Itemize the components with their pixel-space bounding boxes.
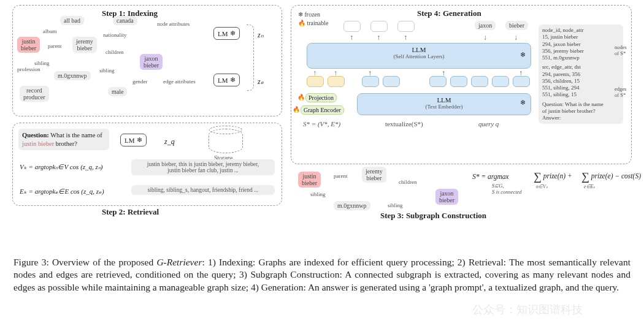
s3-constraint: S⊆G, S is connected <box>492 183 522 195</box>
token-6 <box>492 76 509 87</box>
flame-icon: 🔥 <box>297 94 305 101</box>
s3-jaxon: jaxon bieber <box>435 189 458 205</box>
textualize-label: textualize(S*) <box>385 120 423 127</box>
s3-parent: parent <box>334 173 348 179</box>
retrieved-edges: sibling, sibling_s, hangout, friendship,… <box>131 185 275 195</box>
downarrow-2: ↓ <box>514 33 518 42</box>
s3-argmax: S* = argmax <box>472 173 509 180</box>
s3-sub-n: n∈Vₛ <box>536 184 548 189</box>
sidecard-edges: src, edge_attr, dst 294, parents, 356 35… <box>542 64 619 98</box>
z-q: z_q <box>164 137 175 146</box>
s3-jeremy: jeremy bieber <box>362 167 386 183</box>
storage-icon <box>209 129 243 153</box>
edge-profession: profession <box>17 66 40 72</box>
token-5 <box>471 76 488 87</box>
snowflake-icon: ❄ <box>230 29 236 37</box>
edge-nationality: nationality <box>103 32 127 38</box>
flame-icon: 🔥 <box>293 106 300 113</box>
node-record: record producer <box>20 86 49 102</box>
legend-frozen: ❄ frozen <box>298 11 320 18</box>
node-canada: canada <box>113 16 137 25</box>
sstar-eq: S* = (V*, E*) <box>303 120 340 127</box>
s3-children: children <box>399 179 417 185</box>
output-box-2 <box>370 21 388 32</box>
edge-sibling2: sibling <box>99 67 115 74</box>
uparrow-1: ↑ <box>350 33 353 42</box>
caption-model: G-Retriever <box>156 257 202 267</box>
projection-label: Projection <box>309 94 334 101</box>
question-prefix: Question: <box>22 132 49 139</box>
lm-label2: LM <box>218 77 228 84</box>
output-box-1 <box>343 21 361 32</box>
uparrow-t1: ↑ <box>368 69 372 78</box>
output-box-3 <box>397 21 415 32</box>
llm-top-sub: (Self Attention Layers) <box>307 53 531 59</box>
llm-bot-sub: (Text Embedder) <box>358 104 531 110</box>
token-4 <box>450 76 467 87</box>
llm-top: LLM (Self Attention Layers) ❄ <box>307 43 531 69</box>
figure-caption: Figure 3: Overview of the proposed G-Ret… <box>13 256 631 294</box>
edge-sibling: sibling <box>34 60 50 66</box>
uparrow-3: ↑ <box>404 33 407 42</box>
edge-nodeattrs: node attributes <box>157 21 190 27</box>
eq-ek: Eₖ = argtopkₑ∈E cos (z_q, zₑ) <box>20 188 104 196</box>
edge-parent: parent <box>48 43 62 49</box>
s3-justin: justin bieber <box>298 172 321 188</box>
downarrow-1: ↓ <box>483 33 487 42</box>
uparrow-t2: ↑ <box>442 69 445 78</box>
eq-vk: Vₖ = argtopkₙ∈V cos (z_q, zₙ) <box>20 163 103 171</box>
step3-label: Step 3: Subgraph Construction <box>380 211 486 221</box>
sidecard-nodes: node_id, node_attr 15, justin bieber 294… <box>542 27 619 61</box>
queryq-label: query q <box>478 120 499 127</box>
z-n: zₙ <box>258 31 264 40</box>
s3-mcode: m.0gxnnwp <box>334 201 370 210</box>
s3-prize-n: ∑ prize(n) + <box>534 170 572 183</box>
uparrow-t3: ↑ <box>519 69 523 78</box>
projection-box: 🔥 Projection <box>305 93 337 102</box>
edge-gender: gender <box>132 78 148 85</box>
output-bieber: bieber <box>505 21 528 30</box>
sidecard: node_id, node_attr 15, justin bieber 294… <box>539 25 623 124</box>
snowflake-icon: ❄ <box>520 51 526 59</box>
llm-bottom: LLM (Text Embedder) ❄ <box>357 93 531 115</box>
token-2 <box>383 76 400 87</box>
s3-sub-e: e∈Eₛ <box>584 184 595 189</box>
question-box: Question: What is the name of justin bie… <box>18 129 109 150</box>
edges-of-s: edges of S* <box>615 86 629 98</box>
caption-lead: Overview of the proposed <box>52 257 157 267</box>
bracket-step1 <box>247 25 254 91</box>
node-justin: justin bieber <box>17 37 40 53</box>
nodes-of-s: nodes of S* <box>615 44 629 56</box>
s3-sibling: sibling <box>310 191 326 197</box>
lm-box-query: LM ❄ <box>120 134 147 146</box>
node-jeremy: jeremy bieber <box>72 37 97 53</box>
legend-trainable: 🔥 trainable <box>298 20 328 26</box>
snowflake-icon: ❄ <box>520 99 526 107</box>
sidecard-question: Question: What is the name of justin bie… <box>542 101 619 122</box>
lm-box-edges: LM ❄ <box>213 74 240 86</box>
edge-album: album <box>43 28 57 34</box>
edge-children: children <box>105 49 124 55</box>
uparrow-sp1: ↑ <box>313 69 316 78</box>
snowflake-icon: ❄ <box>137 136 142 144</box>
lm-box-nodes: LM ❄ <box>213 27 240 40</box>
s3-sibling2: sibling <box>388 202 403 208</box>
retrieved-nodes: justin bieber, this is justin bieber, je… <box>131 159 275 175</box>
figure-number: Figure 3: <box>13 257 52 267</box>
output-jaxon: jaxon <box>475 21 496 30</box>
node-allbad: all bad <box>60 16 84 25</box>
graph-encoder-box: 🔥 Graph Encoder <box>301 105 344 115</box>
lm-label: LM <box>218 30 228 37</box>
step2-label: Step 2: Retrieval <box>102 207 159 217</box>
edge-edgeattrs: edge attributes <box>163 78 196 85</box>
watermark: 公众号：知识图谱科技 <box>472 302 583 317</box>
node-jaxon: jaxon bieber <box>140 54 163 70</box>
uparrow-2: ↑ <box>377 33 380 42</box>
uparrow-sp2: ↑ <box>334 69 337 78</box>
lm-label3: LM <box>125 137 135 144</box>
snowflake-icon: ❄ <box>230 76 236 84</box>
step4-label: Step 4: Generation <box>417 9 481 18</box>
node-mcode: m.0gxnnwp <box>54 71 91 80</box>
z-e: zₑ <box>258 77 264 86</box>
llm-bot-label: LLM <box>358 96 531 104</box>
